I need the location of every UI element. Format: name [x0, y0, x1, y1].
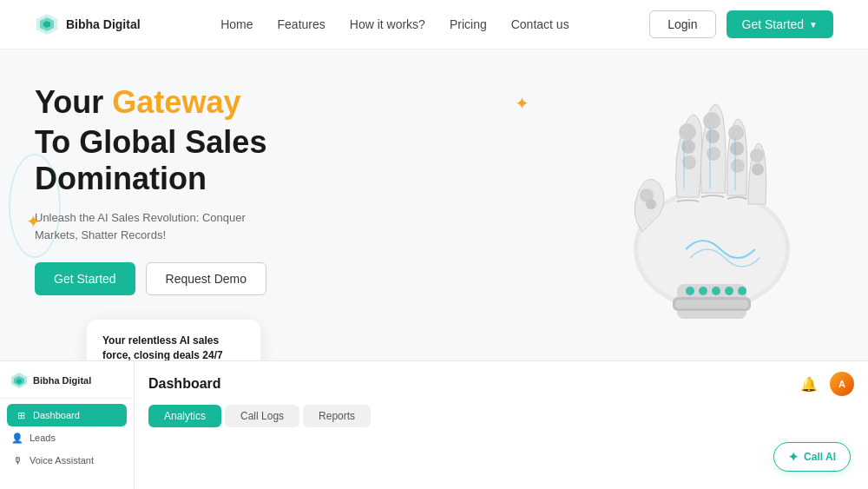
hero-subtitle: Unleash the AI Sales Revolution: Conquer…	[35, 209, 278, 243]
hero-title-line2: To Global Sales Domination	[35, 124, 399, 197]
svg-point-21	[731, 159, 745, 173]
svg-point-8	[712, 287, 720, 295]
request-demo-button[interactable]: Request Demo	[146, 262, 266, 295]
voice-icon: 🎙	[12, 455, 23, 466]
nav-how-it-works[interactable]: How it works?	[350, 17, 425, 32]
get-started-nav-button[interactable]: Get Started	[727, 10, 834, 38]
dash-logo-icon	[10, 372, 28, 389]
dashboard-sidebar: Bibha Digital ⊞ Dashboard 👤 Leads 🎙 Voic…	[0, 361, 135, 489]
svg-point-9	[725, 287, 733, 295]
hero-card-title: Your relentless AI sales force, closing …	[102, 334, 245, 363]
dashboard-main: Dashboard 🔔 A Analytics Call Logs Report…	[135, 361, 868, 489]
logo-text: Bibha Digital	[66, 17, 141, 31]
nav-contact[interactable]: Contact us	[511, 17, 569, 32]
dash-logo-text: Bibha Digital	[33, 375, 91, 386]
hero-title-line1: Your Gateway	[35, 84, 399, 121]
user-avatar[interactable]: A	[830, 372, 854, 396]
sidebar-item-dashboard[interactable]: ⊞ Dashboard	[7, 404, 127, 426]
call-ai-icon: ✦	[788, 450, 799, 464]
tab-reports[interactable]: Reports	[303, 405, 371, 427]
curve-decoration	[9, 154, 61, 258]
robot-hand-area	[538, 67, 868, 345]
star-decoration-top: ✦	[515, 93, 529, 114]
svg-point-16	[703, 112, 720, 129]
svg-point-13	[679, 123, 696, 141]
svg-point-14	[681, 140, 695, 154]
svg-point-23	[752, 163, 764, 175]
logo: Bibha Digital	[35, 12, 141, 36]
svg-point-19	[728, 125, 744, 141]
tab-analytics[interactable]: Analytics	[148, 405, 221, 427]
svg-point-17	[706, 129, 720, 143]
dashboard-title: Dashboard	[148, 376, 221, 392]
hero-section: ✦ ✦ Your Gateway To Global Sales Dominat…	[0, 50, 868, 371]
nav-home[interactable]: Home	[220, 17, 253, 32]
nav-features[interactable]: Features	[278, 17, 326, 32]
tab-call-logs[interactable]: Call Logs	[225, 405, 299, 427]
nav-actions: Login Get Started	[649, 10, 833, 38]
get-started-hero-button[interactable]: Get Started	[35, 262, 135, 295]
login-button[interactable]: Login	[649, 10, 715, 38]
nav-links: Home Features How it works? Pricing Cont…	[220, 17, 569, 32]
notification-bell-button[interactable]: 🔔	[797, 372, 821, 396]
dashboard-icon: ⊞	[16, 410, 26, 420]
svg-point-7	[699, 287, 707, 295]
dashboard-tabs: Analytics Call Logs Reports	[148, 405, 854, 427]
logo-icon	[35, 12, 59, 36]
svg-point-18	[707, 147, 720, 161]
hero-title-highlight: Gateway	[112, 84, 240, 120]
svg-point-22	[750, 149, 764, 162]
nav-pricing[interactable]: Pricing	[450, 17, 487, 32]
svg-point-20	[730, 142, 744, 155]
sidebar-item-leads[interactable]: 👤 Leads	[0, 426, 134, 449]
star-decoration-bottom: ✦	[26, 211, 41, 232]
dashboard-header: Dashboard 🔔 A	[148, 372, 854, 396]
svg-point-12	[646, 199, 656, 209]
robot-hand-svg	[556, 76, 851, 336]
svg-point-6	[686, 287, 694, 295]
svg-point-10	[738, 287, 746, 295]
hero-content: Your Gateway To Global Sales Domination …	[35, 76, 399, 371]
call-ai-button[interactable]: ✦ Call AI	[773, 442, 851, 472]
dashboard-header-icons: 🔔 A	[797, 372, 854, 396]
hero-buttons: Get Started Request Demo	[35, 262, 399, 295]
dash-logo: Bibha Digital	[0, 372, 134, 399]
navbar: Bibha Digital Home Features How it works…	[0, 0, 868, 50]
dashboard-preview: Bibha Digital ⊞ Dashboard 👤 Leads 🎙 Voic…	[0, 360, 868, 489]
leads-icon: 👤	[12, 433, 23, 443]
sidebar-item-voice[interactable]: 🎙 Voice Assistant	[0, 449, 134, 472]
svg-rect-25	[675, 300, 748, 308]
